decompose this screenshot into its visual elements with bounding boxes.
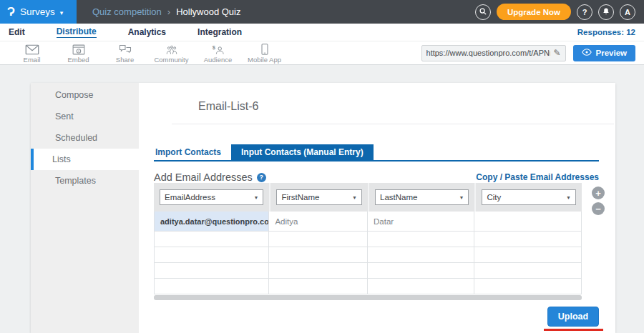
column-header: City ▼ bbox=[474, 183, 582, 212]
sidebar-item-sent[interactable]: Sent bbox=[31, 106, 139, 127]
toolbar-item-embed[interactable]: Embed bbox=[55, 43, 102, 64]
dollar-person-icon: $ bbox=[211, 44, 225, 55]
help-tooltip-icon[interactable]: ? bbox=[257, 173, 266, 182]
preview-button[interactable]: Preview bbox=[573, 45, 635, 61]
cell-email[interactable] bbox=[154, 232, 269, 247]
toolbar-item-audience[interactable]: $ Audience bbox=[195, 43, 241, 64]
cell-lastname[interactable] bbox=[368, 279, 475, 294]
toolbar-item-label: Embed bbox=[67, 56, 89, 64]
add-row-button[interactable]: + bbox=[592, 187, 605, 199]
distribute-card: Compose Sent Scheduled Lists Templates E… bbox=[31, 83, 615, 333]
dropdown-arrow-icon: ▼ bbox=[352, 195, 357, 200]
bell-icon bbox=[602, 7, 610, 17]
cell-city[interactable] bbox=[474, 212, 582, 232]
cell-lastname[interactable] bbox=[368, 263, 475, 279]
toolbar-item-email[interactable]: Email bbox=[9, 43, 55, 64]
add-emails-header: Add Email Addresses ? Copy / Paste Email… bbox=[154, 172, 599, 183]
row-add-remove-controls: + − bbox=[592, 187, 605, 215]
column-select-lastname[interactable]: LastName ▼ bbox=[375, 189, 469, 205]
column-select-city[interactable]: City ▼ bbox=[482, 189, 576, 205]
breadcrumb-current: Hollywood Quiz bbox=[176, 6, 240, 17]
tab-input-contacts-manual[interactable]: Input Contacts (Manual Entry) bbox=[231, 144, 374, 160]
cell-city[interactable] bbox=[474, 279, 582, 294]
breadcrumb-parent[interactable]: Quiz competition bbox=[92, 6, 162, 17]
cell-lastname[interactable] bbox=[368, 247, 475, 263]
nav-item-distribute[interactable]: Distribute bbox=[57, 26, 97, 38]
table-row: aditya.datar@questionpro.com Aditya Data… bbox=[154, 212, 582, 232]
upgrade-now-button[interactable]: Upgrade Now bbox=[497, 4, 571, 20]
questionpro-logo-icon: Ɂ bbox=[7, 6, 15, 18]
toolbar-item-share[interactable]: Share bbox=[102, 43, 148, 64]
tab-underline bbox=[154, 160, 599, 161]
email-sidebar: Compose Sent Scheduled Lists Templates bbox=[31, 83, 139, 333]
cell-firstname[interactable] bbox=[269, 232, 368, 247]
nav-item-integration[interactable]: Integration bbox=[197, 27, 242, 37]
cell-email[interactable] bbox=[154, 263, 269, 279]
column-select-firstname[interactable]: FirstName ▼ bbox=[276, 189, 362, 205]
contacts-tabs: Import Contacts Input Contacts (Manual E… bbox=[154, 144, 374, 160]
sidebar-item-lists[interactable]: Lists bbox=[31, 149, 139, 170]
svg-text:$: $ bbox=[212, 44, 215, 51]
chat-bubbles-icon bbox=[119, 44, 132, 55]
survey-url-value[interactable]: https://www.questionpro.com/t/APNrFZ bbox=[426, 49, 551, 57]
cell-email[interactable] bbox=[154, 279, 269, 294]
survey-url-box[interactable]: https://www.questionpro.com/t/APNrFZ ✎ bbox=[421, 45, 566, 61]
table-row bbox=[154, 279, 582, 294]
product-switcher[interactable]: Ɂ Surveys ▾ bbox=[0, 0, 77, 24]
cell-city[interactable] bbox=[474, 247, 582, 263]
help-button[interactable]: ? bbox=[577, 4, 592, 20]
toolbar-item-label: Mobile App bbox=[248, 56, 281, 64]
share-toolbar: Email Embed Share Community $ Audience bbox=[0, 41, 644, 65]
section-title: Add Email Addresses bbox=[154, 172, 253, 183]
table-row bbox=[154, 232, 582, 247]
column-header: EmailAddress ▼ bbox=[154, 183, 269, 212]
cell-firstname[interactable] bbox=[269, 247, 368, 263]
avatar[interactable]: A bbox=[620, 4, 635, 20]
copy-paste-link[interactable]: Copy / Paste Email Addresses bbox=[476, 172, 599, 182]
table-row bbox=[154, 263, 582, 279]
product-name: Surveys bbox=[20, 6, 55, 17]
toolbar-item-label: Audience bbox=[204, 56, 233, 64]
cell-firstname[interactable] bbox=[269, 279, 368, 294]
dropdown-arrow-icon: ▼ bbox=[254, 195, 259, 200]
mobile-phone-icon bbox=[260, 44, 269, 55]
header-actions: Upgrade Now ? A bbox=[475, 4, 644, 20]
tab-import-contacts[interactable]: Import Contacts bbox=[154, 144, 231, 160]
search-button[interactable] bbox=[475, 4, 491, 20]
column-header: FirstName ▼ bbox=[269, 183, 368, 212]
toolbar-item-mobile-app[interactable]: Mobile App bbox=[241, 42, 288, 64]
list-detail-panel: Email-List-6 Import Contacts Input Conta… bbox=[139, 83, 615, 333]
toolbar-item-label: Email bbox=[24, 56, 41, 64]
nav-item-edit[interactable]: Edit bbox=[9, 27, 25, 37]
search-icon bbox=[479, 7, 487, 17]
cell-city[interactable] bbox=[474, 232, 582, 247]
survey-nav: Edit Distribute Analytics Integration Re… bbox=[0, 24, 644, 41]
cell-lastname[interactable] bbox=[368, 232, 475, 247]
cell-email[interactable] bbox=[154, 247, 269, 263]
envelope-icon bbox=[25, 44, 39, 55]
upload-button[interactable]: Upload bbox=[547, 307, 599, 327]
column-header: LastName ▼ bbox=[368, 183, 475, 212]
sidebar-item-templates[interactable]: Templates bbox=[31, 170, 139, 192]
cell-lastname[interactable]: Datar bbox=[368, 212, 475, 232]
edit-pencil-icon[interactable]: ✎ bbox=[553, 48, 560, 58]
remove-row-button[interactable]: − bbox=[592, 202, 605, 215]
breadcrumb-separator-icon: › bbox=[167, 6, 170, 17]
toolbar-item-community[interactable]: Community bbox=[148, 43, 195, 64]
nav-item-analytics[interactable]: Analytics bbox=[128, 27, 166, 37]
horizontal-scrollbar[interactable] bbox=[154, 295, 582, 300]
notifications-button[interactable] bbox=[598, 4, 614, 20]
sidebar-item-scheduled[interactable]: Scheduled bbox=[31, 127, 139, 149]
column-select-emailaddress[interactable]: EmailAddress ▼ bbox=[160, 189, 263, 205]
table-header-row: EmailAddress ▼ FirstName ▼ LastName bbox=[154, 183, 582, 212]
sidebar-item-compose[interactable]: Compose bbox=[31, 84, 139, 106]
table-row bbox=[154, 247, 582, 263]
embed-window-icon bbox=[72, 44, 85, 55]
responses-count[interactable]: Responses: 12 bbox=[577, 28, 635, 36]
cell-city[interactable] bbox=[474, 263, 582, 279]
cell-firstname[interactable] bbox=[269, 263, 368, 279]
cell-email[interactable]: aditya.datar@questionpro.com bbox=[154, 212, 269, 232]
dropdown-arrow-icon: ▼ bbox=[459, 195, 464, 200]
eye-icon bbox=[582, 49, 592, 57]
cell-firstname[interactable]: Aditya bbox=[269, 212, 368, 232]
